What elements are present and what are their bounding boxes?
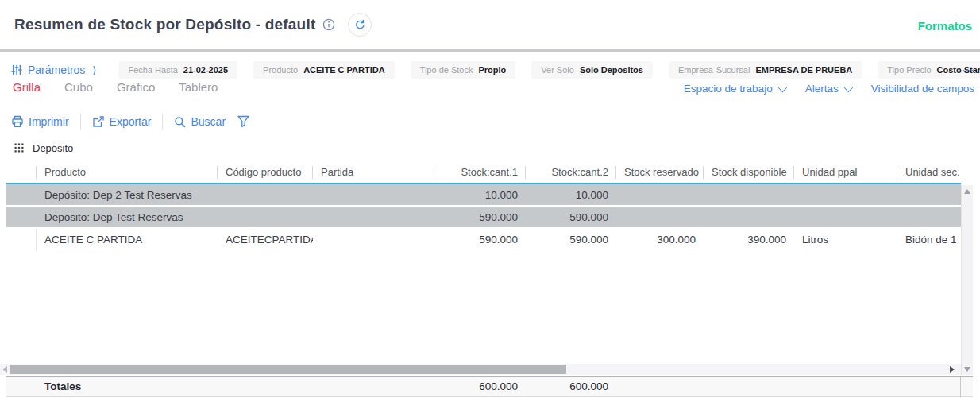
cell-stock-cant-2: 590.000 bbox=[526, 229, 616, 251]
formats-link[interactable]: Formatos bbox=[918, 19, 972, 33]
parameters-bar: Parámetros ⟩ Fecha Hasta21-02-2025Produc… bbox=[0, 59, 980, 81]
param-chip-fecha-hasta[interactable]: Fecha Hasta21-02-2025 bbox=[118, 61, 237, 79]
cell-codigo-producto: ACEITECPARTIDA bbox=[218, 229, 313, 251]
param-chip-producto[interactable]: ProductoACEITE C PARTIDA bbox=[253, 61, 395, 79]
totals-stock-reservado bbox=[616, 377, 704, 396]
tab-cubo[interactable]: Cubo bbox=[64, 80, 93, 94]
cell-row-indicator bbox=[6, 184, 37, 205]
column-header-partida[interactable]: Partida bbox=[313, 160, 438, 183]
export-button[interactable]: Exportar bbox=[92, 115, 152, 128]
menu-label: Alertas bbox=[805, 83, 839, 95]
parameters-label: Parámetros bbox=[28, 64, 85, 76]
cell-unidad-ppal bbox=[794, 184, 897, 205]
search-icon bbox=[174, 116, 186, 128]
totals-stock-cant-2: 600.000 bbox=[526, 377, 616, 396]
chevron-right-icon[interactable]: ⟩ bbox=[92, 64, 96, 76]
grid-header-row: ProductoCódigo productoPartidaStock:cant… bbox=[6, 160, 961, 184]
export-label: Exportar bbox=[110, 115, 152, 128]
scroll-down-arrow[interactable] bbox=[964, 367, 970, 372]
column-header-unidad-ppal[interactable]: Unidad ppal bbox=[794, 160, 897, 183]
totals-row: Totales600.000600.000 bbox=[6, 376, 973, 397]
param-chip-ver-solo[interactable]: Ver SoloSolo Depositos bbox=[531, 61, 653, 79]
cell-stock-disponible bbox=[704, 207, 794, 227]
parameters-toggle[interactable]: Parámetros ⟩ bbox=[11, 64, 96, 76]
grid-body: Depósito: Dep 2 Test Reservas10.00010.00… bbox=[6, 184, 961, 251]
cell-unidad-ppal: Litros bbox=[794, 229, 897, 251]
param-chip-label: Producto bbox=[263, 65, 298, 75]
cell-stock-reservado bbox=[616, 207, 704, 227]
data-grid: ProductoCódigo productoPartidaStock:cant… bbox=[6, 160, 961, 364]
cell-partida bbox=[313, 229, 438, 251]
filter-funnel-icon bbox=[237, 115, 250, 128]
column-header-producto[interactable]: Producto bbox=[37, 160, 218, 183]
tab-grilla[interactable]: Grilla bbox=[13, 80, 41, 94]
filter-button[interactable] bbox=[237, 115, 250, 128]
param-chip-empresa-sucursal[interactable]: Empresa-SucursalEMPRESA DE PRUEBA bbox=[669, 61, 862, 79]
info-icon[interactable] bbox=[322, 18, 335, 31]
cell-stock-reservado: 300.000 bbox=[616, 229, 704, 251]
parameters-overflow-button[interactable]: ... bbox=[962, 62, 975, 74]
group-by-chip[interactable]: Depósito bbox=[14, 138, 73, 157]
table-row[interactable]: ACEITE C PARTIDAACEITECPARTIDA590.000590… bbox=[6, 229, 961, 251]
menu-label: Visibilidad de campos bbox=[871, 83, 974, 95]
tab-grafico[interactable]: Gráfico bbox=[117, 80, 155, 94]
column-header-stock-disponible[interactable]: Stock disponible bbox=[704, 160, 794, 183]
vertical-scrollbar[interactable] bbox=[961, 185, 973, 375]
cell-stock-disponible: 390.000 bbox=[704, 229, 794, 251]
column-header-stock-cant-1[interactable]: Stock:cant.1 bbox=[438, 160, 526, 183]
totals-row-indicator bbox=[6, 377, 37, 396]
column-header-unidad-sec[interactable]: Unidad sec. bbox=[897, 160, 961, 183]
menu-visibilidad-de-campos[interactable]: Visibilidad de campos bbox=[871, 83, 980, 95]
cell-producto: Depósito: Dep 2 Test Reservas bbox=[37, 184, 218, 205]
cell-stock-cant-2: 10.000 bbox=[526, 184, 616, 205]
param-chip-value: ACEITE C PARTIDA bbox=[303, 65, 384, 75]
totals-cells: Totales600.000600.000 bbox=[6, 377, 980, 396]
cell-row-indicator bbox=[6, 229, 37, 251]
menu-espacio-de-trabajo[interactable]: Espacio de trabajo bbox=[684, 83, 785, 95]
column-header-stock-cant-2[interactable]: Stock:cant.2 bbox=[526, 160, 616, 183]
column-header-stock-reservado[interactable]: Stock reservado bbox=[616, 160, 704, 183]
menu-label: Espacio de trabajo bbox=[684, 83, 773, 95]
view-tabs-row: GrillaCuboGráficoTablero Espacio de trab… bbox=[0, 80, 980, 101]
view-tabs: GrillaCuboGráficoTablero bbox=[13, 80, 218, 94]
title-bar: Resumen de Stock por Depósito - default … bbox=[0, 0, 980, 49]
toolbar-divider bbox=[162, 114, 163, 129]
horizontal-scrollbar[interactable] bbox=[0, 364, 961, 375]
column-header-row-indicator[interactable] bbox=[6, 160, 37, 183]
cell-producto: ACEITE C PARTIDA bbox=[37, 229, 218, 251]
tab-tablero[interactable]: Tablero bbox=[179, 80, 218, 94]
cell-codigo-producto bbox=[218, 207, 313, 227]
totals-partida bbox=[313, 377, 438, 396]
param-chip-value: Solo Depositos bbox=[580, 65, 643, 75]
scroll-left-arrow[interactable] bbox=[2, 366, 7, 373]
refresh-button[interactable] bbox=[348, 13, 372, 37]
totals-stock-disponible bbox=[704, 377, 794, 396]
print-button[interactable]: Imprimir bbox=[11, 115, 69, 128]
title-divider bbox=[0, 49, 980, 52]
search-button[interactable]: Buscar bbox=[174, 115, 226, 128]
group-row[interactable]: Depósito: Dep Test Reservas590.000590.00… bbox=[6, 207, 961, 229]
cell-codigo-producto bbox=[218, 184, 313, 205]
column-header-codigo-producto[interactable]: Código producto bbox=[218, 160, 313, 183]
horizontal-scroll-thumb[interactable] bbox=[10, 365, 566, 374]
cell-stock-reservado bbox=[616, 184, 704, 205]
parameter-chips: Fecha Hasta21-02-2025ProductoACEITE C PA… bbox=[118, 61, 980, 79]
menu-alertas[interactable]: Alertas bbox=[805, 83, 851, 95]
grid-toolbar: Imprimir Exportar Buscar bbox=[11, 111, 250, 132]
cell-stock-cant-1: 590.000 bbox=[438, 229, 526, 251]
cell-partida bbox=[313, 207, 438, 227]
cell-row-indicator bbox=[6, 207, 37, 227]
printer-icon bbox=[11, 115, 24, 128]
scroll-right-arrow[interactable] bbox=[950, 366, 955, 373]
cell-unidad-ppal bbox=[794, 207, 897, 227]
workspace-menus: Espacio de trabajoAlertasVisibilidad de … bbox=[684, 83, 980, 95]
scroll-up-arrow[interactable] bbox=[964, 189, 970, 194]
cell-stock-disponible bbox=[704, 184, 794, 205]
cell-unidad-sec bbox=[897, 207, 961, 227]
param-chip-label: Tipo de Stock bbox=[420, 65, 473, 75]
chevron-down-icon bbox=[843, 83, 852, 91]
totals-unidad-sec bbox=[897, 377, 980, 396]
group-row[interactable]: Depósito: Dep 2 Test Reservas10.00010.00… bbox=[6, 184, 961, 207]
param-chip-tipo-de-stock[interactable]: Tipo de StockPropio bbox=[411, 61, 516, 79]
totals-divider bbox=[960, 377, 961, 397]
